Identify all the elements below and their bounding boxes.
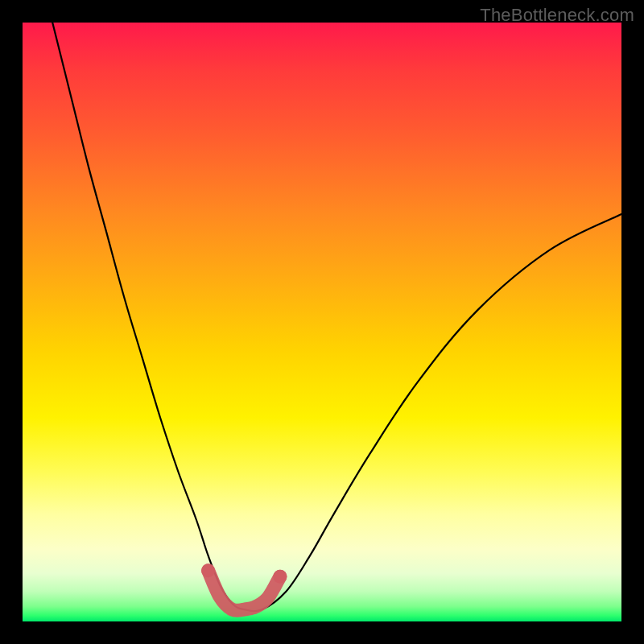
valley-marker-line bbox=[208, 571, 280, 611]
bottleneck-curve bbox=[52, 23, 621, 611]
valley-marker-end bbox=[273, 570, 287, 584]
plot-svg bbox=[23, 23, 621, 621]
watermark-text: TheBottleneck.com bbox=[480, 5, 634, 26]
valley-marker-start bbox=[201, 564, 215, 577]
chart-area bbox=[23, 23, 621, 621]
